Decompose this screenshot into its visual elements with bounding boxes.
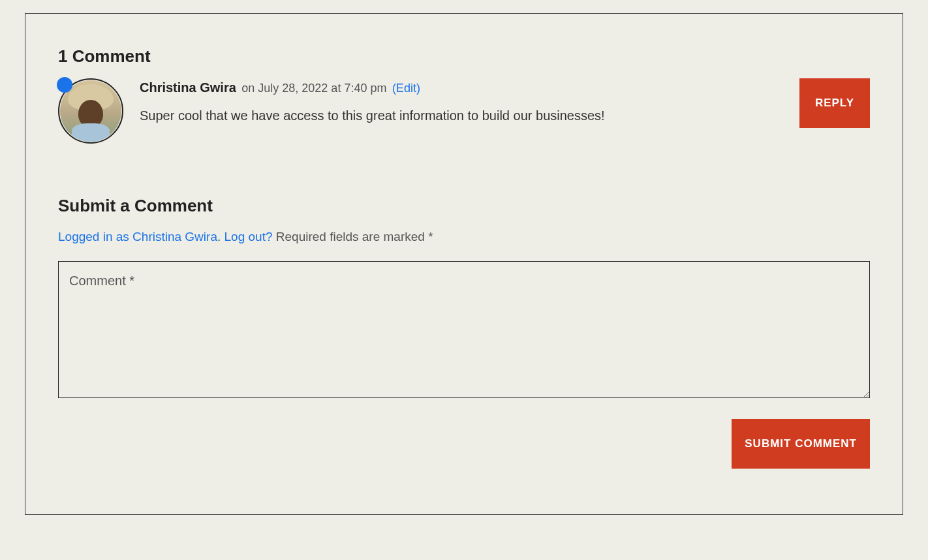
edit-link[interactable]: (Edit) — [392, 82, 420, 95]
comments-section: 1 Comment Christina Gwira on July 28, 20… — [25, 13, 903, 515]
submit-comment-button[interactable]: SUBMIT COMMENT — [732, 419, 870, 469]
logout-link[interactable]: Log out? — [224, 230, 273, 243]
comment-text: Super cool that we have access to this g… — [140, 106, 798, 125]
avatar-badge-icon — [57, 77, 72, 93]
comment-date: on July 28, 2022 at 7:40 pm — [241, 82, 386, 95]
submit-row: SUBMIT COMMENT — [58, 419, 870, 469]
submit-comment-heading: Submit a Comment — [58, 196, 870, 216]
comment-item: Christina Gwira on July 28, 2022 at 7:40… — [58, 78, 870, 144]
avatar-wrapper — [58, 78, 123, 144]
comment-body: Christina Gwira on July 28, 2022 at 7:40… — [140, 78, 870, 125]
comment-textarea[interactable] — [58, 261, 870, 398]
comments-heading: 1 Comment — [58, 46, 870, 67]
comment-meta: Christina Gwira on July 28, 2022 at 7:40… — [140, 78, 798, 97]
logged-in-user-link[interactable]: Logged in as Christina Gwira — [58, 230, 217, 243]
login-info: Logged in as Christina Gwira. Log out? R… — [58, 228, 870, 247]
reply-button[interactable]: REPLY — [799, 78, 870, 128]
required-note: Required fields are marked * — [273, 230, 433, 243]
comment-author: Christina Gwira — [140, 80, 236, 95]
